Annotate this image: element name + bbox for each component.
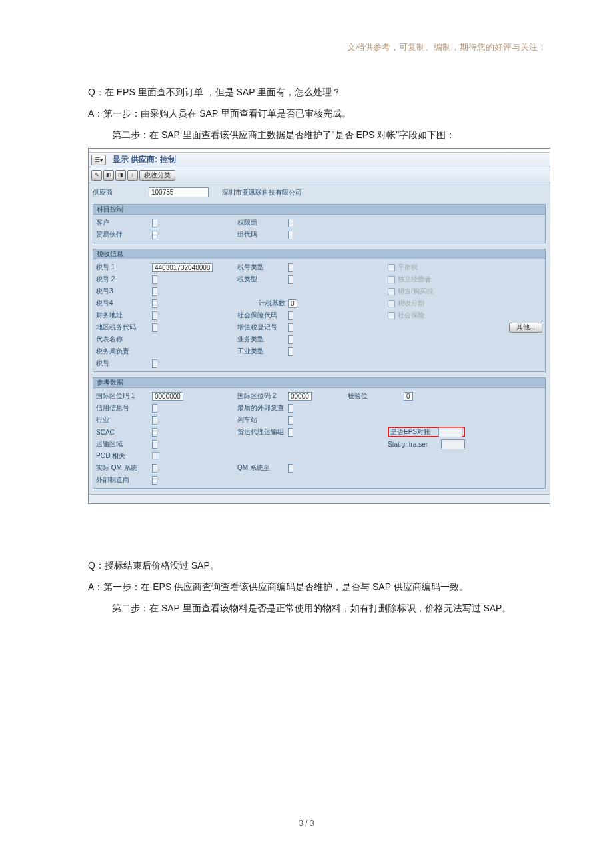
ext-mfr-label: 外部制造商 [96, 475, 152, 485]
sap-screenshot: ☰▾ 显示 供应商: 控制 ✎ ◧ ◨ i 税收分类 供应商 100755 深圳… [88, 148, 550, 504]
a2-step2: 第二步：在 SAP 里面查看该物料是否是正常使用的物料，如有打删除标识，价格无法… [112, 599, 546, 617]
soc-ins-cblabel: 社会保险 [398, 311, 424, 320]
pod-label: POD 相关 [96, 451, 152, 461]
industry-field[interactable] [152, 416, 157, 425]
a2-step1: A：第一步：在 EPS 供应商查询查看该供应商编码是否维护，是否与 SAP 供应… [88, 577, 546, 596]
fin-addr-label: 财务地址 [96, 311, 152, 320]
tax2-type-label: 税类型 [232, 275, 288, 284]
auth-group-label: 权限组 [232, 218, 288, 227]
tax4-field[interactable] [152, 299, 157, 308]
soc-ins-checkbox[interactable] [388, 312, 395, 319]
customer-field[interactable] [152, 219, 157, 227]
tax1-label: 税号 1 [96, 263, 152, 272]
tax-class-button[interactable]: 税收分类 [139, 170, 175, 181]
vendor-label: 供应商 [93, 188, 149, 197]
ind-type-field[interactable] [288, 347, 293, 356]
tax-base-field[interactable]: 0 [288, 299, 297, 308]
sole-prop-checkbox[interactable] [388, 276, 395, 283]
checkdigit-field[interactable]: 0 [404, 392, 413, 401]
group-code-label: 组代码 [232, 230, 288, 239]
tax2-label: 税号 2 [96, 275, 152, 284]
soc-ins-label: 社会保险代码 [232, 311, 288, 320]
qm-to-label: QM 系统至 [232, 463, 288, 473]
customer-label: 客户 [96, 218, 152, 227]
other-button[interactable]: 其他... [509, 323, 542, 333]
page-number: 3 / 3 [0, 819, 613, 828]
eps-flag-label: 是否EPS对账 [390, 427, 438, 437]
menu-dropdown-icon[interactable]: ☰▾ [91, 155, 106, 165]
q2: Q：授标结束后价格没过 SAP。 [88, 556, 546, 575]
rep-label: 代表名称 [96, 335, 152, 344]
balance-tax-checkbox[interactable] [388, 264, 395, 271]
info-icon[interactable]: i [127, 170, 138, 181]
section-ref-data: 参考数据 [93, 377, 546, 388]
auth-group-field[interactable] [288, 219, 293, 227]
biz-type-field[interactable] [288, 335, 293, 344]
tax-base-label: 计税基数 [232, 299, 288, 308]
edit-icon[interactable]: ✎ [91, 170, 102, 181]
ext-mfr-field[interactable] [152, 476, 157, 485]
tax-split-checkbox[interactable] [388, 300, 395, 307]
eps-flag-highlight: 是否EPS对账 [388, 427, 465, 437]
tax-office-label: 税务局负责 [96, 347, 152, 356]
ext-rev-label: 最后的外部复查 [232, 403, 288, 413]
sap-body: 供应商 100755 深圳市亚讯联科技有限公司 科目控制 客户 权限组 贸易伙伴… [89, 183, 550, 494]
stat-field[interactable] [441, 439, 465, 449]
credit-field[interactable] [152, 404, 157, 413]
trade-partner-label: 贸易伙伴 [96, 230, 152, 239]
station-field[interactable] [288, 416, 293, 425]
eps-flag-field[interactable] [438, 427, 462, 437]
sole-prop-label: 独立经营者 [398, 275, 431, 284]
sap-titlebar: ☰▾ 显示 供应商: 控制 [89, 153, 550, 167]
group-code-field[interactable] [288, 231, 293, 239]
loc-tax-field[interactable] [152, 323, 157, 332]
vendor-code-field[interactable]: 100755 [149, 187, 209, 197]
tax3-field[interactable] [152, 287, 157, 296]
soc-ins-field[interactable] [288, 311, 293, 320]
tax3-label: 税号3 [96, 287, 152, 296]
a1-step1: A：第一步：由采购人员在 SAP 里面查看订单是否已审核完成。 [88, 104, 546, 123]
scac-field[interactable] [152, 428, 157, 437]
fwd-grp-field[interactable] [288, 428, 293, 437]
tax-type-field[interactable] [288, 263, 293, 272]
pod-checkbox[interactable] [152, 452, 159, 459]
sales-tax-checkbox[interactable] [388, 288, 395, 295]
tax4-label: 税号4 [96, 299, 152, 308]
balance-tax-label: 平衡税 [398, 263, 418, 272]
sap-title: 显示 供应商: 控制 [113, 154, 176, 165]
fwd-grp-label: 货运代理运输组 [232, 427, 288, 437]
tax2-type-field[interactable] [288, 275, 293, 284]
fin-addr-field[interactable] [152, 311, 157, 320]
next-icon[interactable]: ◨ [115, 170, 126, 181]
intl1-field[interactable]: 0000000 [152, 392, 183, 401]
station-label: 列车站 [232, 415, 288, 425]
loc-tax-label: 地区税务代码 [96, 323, 152, 332]
trade-partner-field[interactable] [152, 231, 157, 239]
industry-label: 行业 [96, 415, 152, 425]
taxno-field[interactable] [152, 359, 157, 368]
section-account-control: 科目控制 [93, 204, 546, 215]
section-tax-info: 税收信息 [93, 249, 546, 259]
page-content: Q：在 EPS 里面查不到订单 ，但是 SAP 里面有，怎么处理？ A：第一步：… [88, 83, 546, 620]
intl2-field[interactable]: 00000 [288, 392, 312, 401]
vat-reg-label: 增值税登记号 [232, 323, 288, 332]
actual-qm-field[interactable] [152, 464, 157, 473]
tax2-field[interactable] [152, 275, 157, 284]
ext-rev-field[interactable] [288, 404, 293, 413]
ind-type-label: 工业类型 [232, 347, 288, 356]
prev-icon[interactable]: ◧ [103, 170, 114, 181]
actual-qm-label: 实际 QM 系统 [96, 463, 152, 473]
credit-label: 信用信息号 [96, 403, 152, 413]
trans-zone-field[interactable] [152, 440, 157, 449]
qm-to-field[interactable] [288, 464, 293, 473]
taxno-label: 税号 [96, 359, 152, 368]
vat-reg-field[interactable] [288, 323, 293, 332]
tax1-field[interactable]: 440301732040008 [152, 263, 213, 272]
vendor-name: 深圳市亚讯联科技有限公司 [222, 188, 302, 197]
stat-label: Stat.gr.tra.ser [388, 441, 441, 448]
biz-type-label: 业务类型 [232, 335, 288, 344]
q1: Q：在 EPS 里面查不到订单 ，但是 SAP 里面有，怎么处理？ [88, 83, 546, 101]
a1-step2: 第二步：在 SAP 里面查看该供应商主数据是否维护了"是否 EPS 对帐"字段如… [112, 125, 546, 144]
intl2-label: 国际区位码 2 [232, 391, 288, 401]
sap-footer-hint [89, 495, 550, 497]
